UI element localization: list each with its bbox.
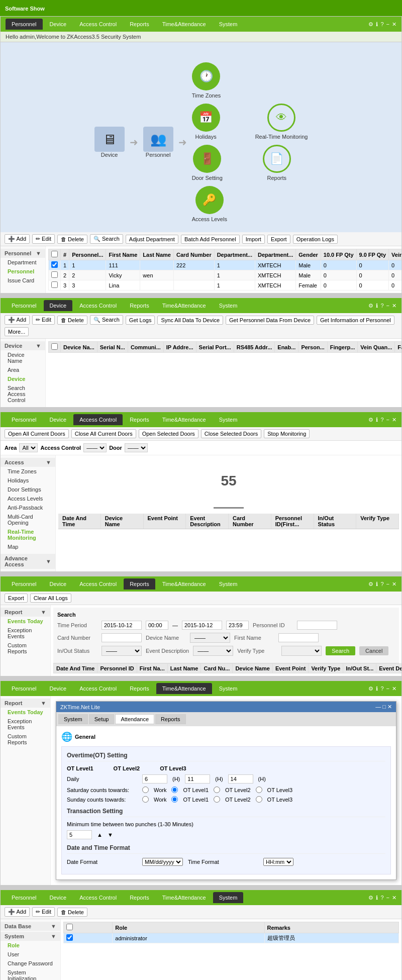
d-select-all[interactable]	[51, 343, 58, 350]
sys-minus-icon[interactable]: −	[386, 895, 389, 901]
event-desc-select[interactable]: ——	[193, 646, 233, 656]
stop-monitor-btn[interactable]: Stop Monitoring	[264, 429, 310, 438]
min-spin-up[interactable]: ▲	[97, 832, 103, 838]
ot3-daily-input[interactable]	[228, 774, 253, 783]
dnav-access[interactable]: Access Control	[73, 300, 123, 311]
dnav-system[interactable]: System	[213, 300, 244, 311]
ta-sidebar-events[interactable]: Events Today	[1, 708, 50, 717]
tanav-time[interactable]: Time&Attendance	[156, 683, 212, 694]
sys-edit-btn[interactable]: ✏ Edit	[32, 907, 55, 917]
info-icon[interactable]: ℹ	[376, 21, 378, 28]
rnav-reports[interactable]: Reports	[124, 578, 155, 590]
sys-sidebar-system[interactable]: System ▼	[1, 932, 60, 941]
nav-device[interactable]: Device	[44, 19, 73, 30]
min-time-input[interactable]	[67, 830, 92, 839]
d-more-btn[interactable]: More...	[5, 327, 29, 336]
sysnav-time[interactable]: Time&Attendance	[156, 892, 212, 903]
ac-sidebar-section[interactable]: Access ▼	[1, 458, 55, 467]
tanav-system[interactable]: System	[213, 683, 244, 694]
rnav-device[interactable]: Device	[44, 578, 73, 590]
ta-tab-system[interactable]: System	[58, 714, 88, 724]
edit-btn[interactable]: ✏ Edit	[32, 234, 55, 244]
sys-close-icon[interactable]: ✕	[392, 895, 396, 901]
tanav-device[interactable]: Device	[44, 683, 73, 694]
ta-tab-setup[interactable]: Setup	[89, 714, 115, 724]
op-logs-btn[interactable]: Operation Logs	[293, 235, 338, 244]
ac-sidebar-multi-card[interactable]: Multi-Card Opening	[1, 512, 55, 527]
ta-sidebar-custom[interactable]: Custom Reports	[1, 732, 50, 747]
close-icon[interactable]: ✕	[392, 21, 396, 28]
d-close-icon[interactable]: ✕	[392, 303, 396, 309]
r-close-icon[interactable]: ✕	[392, 581, 396, 587]
ta-popup-restore[interactable]: □	[382, 704, 386, 710]
sat-work-radio[interactable]	[142, 787, 149, 793]
rnav-personnel[interactable]: Personnel	[6, 578, 43, 590]
sys-sidebar-user[interactable]: User	[1, 950, 60, 959]
d-minus-icon[interactable]: −	[386, 303, 389, 309]
tanav-reports[interactable]: Reports	[124, 683, 155, 694]
sysnav-access[interactable]: Access Control	[73, 892, 123, 903]
adjust-dept-btn[interactable]: Adjust Department	[126, 235, 178, 244]
sat-ot2-radio[interactable]	[214, 787, 220, 793]
dnav-device[interactable]: Device	[44, 300, 73, 311]
d-help-icon[interactable]: ?	[380, 303, 383, 309]
do-search-btn[interactable]: Search	[326, 646, 355, 655]
d-sidebar-name[interactable]: Device Name	[1, 350, 45, 365]
d-get-info-btn[interactable]: Get Information of Personnel	[317, 316, 394, 325]
from-time-input[interactable]	[146, 621, 168, 630]
ac-sidebar-holidays[interactable]: Holidays	[1, 476, 55, 485]
export-btn[interactable]: Export	[267, 235, 290, 244]
sat-ot1-radio[interactable]	[171, 787, 178, 793]
rnav-access[interactable]: Access Control	[73, 578, 123, 590]
sys-sidebar-role[interactable]: Role	[1, 941, 60, 950]
system-row-1[interactable]: administrator 超级管理员	[64, 933, 399, 943]
acnav-system[interactable]: System	[213, 414, 244, 425]
add-btn[interactable]: ➕ Add	[5, 234, 30, 244]
r-sidebar-exception[interactable]: Exception Events	[1, 626, 50, 641]
ac-info-icon[interactable]: ℹ	[376, 417, 378, 423]
dnav-personnel[interactable]: Personnel	[6, 300, 43, 311]
d-get-personnel-btn[interactable]: Get Personnel Data From Device	[226, 316, 314, 325]
acnav-time[interactable]: Time&Attendance	[156, 414, 212, 425]
door-select[interactable]: ——	[125, 443, 148, 452]
ta-close-icon[interactable]: ✕	[392, 685, 396, 692]
sys-sidebar-db[interactable]: Data Base ▼	[1, 922, 60, 931]
to-time-input[interactable]	[226, 621, 249, 630]
select-all-check[interactable]	[51, 251, 58, 257]
inout-select[interactable]: ——	[102, 646, 142, 656]
d-get-logs-btn[interactable]: Get Logs	[126, 316, 155, 325]
row3-check[interactable]	[51, 281, 58, 288]
ta-settings-icon[interactable]: ⚙	[368, 685, 373, 692]
ac-sidebar-access-levels[interactable]: Access Levels	[1, 494, 55, 503]
sat-ot3-radio[interactable]	[256, 787, 262, 793]
ac-minus-icon[interactable]: −	[386, 417, 389, 423]
sysnav-system[interactable]: System	[213, 892, 244, 903]
ac-filter-select[interactable]: ——	[83, 443, 107, 452]
dnav-reports[interactable]: Reports	[124, 300, 155, 311]
d-delete-btn[interactable]: 🗑 Delete	[57, 316, 87, 325]
ac-help-icon[interactable]: ?	[380, 417, 383, 423]
device-sidebar-section[interactable]: Device ▼	[1, 341, 45, 350]
r-help-icon[interactable]: ?	[380, 581, 383, 587]
ac-sidebar-advance[interactable]: Advance Access ▼	[1, 554, 55, 569]
nav-personnel[interactable]: Personnel	[6, 19, 43, 30]
close-selected-btn[interactable]: Close Selected Doors	[201, 429, 261, 438]
sun-work-radio[interactable]	[142, 796, 149, 803]
open-all-btn[interactable]: Open All Current Doors	[5, 429, 69, 438]
ta-popup-close[interactable]: ✕	[387, 704, 392, 710]
sun-ot3-radio[interactable]	[256, 796, 262, 803]
first-name-input[interactable]	[278, 633, 319, 642]
sys-settings-icon[interactable]: ⚙	[368, 895, 373, 901]
sys-info-icon[interactable]: ℹ	[376, 895, 378, 901]
sidebar-item-personnel[interactable]: Personnel	[1, 267, 45, 276]
sys-add-btn[interactable]: ➕ Add	[5, 907, 30, 917]
rnav-time[interactable]: Time&Attendance	[156, 578, 212, 590]
from-date-input[interactable]	[102, 621, 142, 630]
acnav-personnel[interactable]: Personnel	[6, 414, 43, 425]
sidebar-item-department[interactable]: Department	[1, 258, 45, 267]
dnav-time[interactable]: Time&Attendance	[156, 300, 212, 311]
ac-sidebar-timezones[interactable]: Time Zones	[1, 467, 55, 476]
acnav-access[interactable]: Access Control	[73, 414, 123, 425]
ta-info-icon[interactable]: ℹ	[376, 685, 378, 692]
ta-help-icon[interactable]: ?	[380, 685, 383, 692]
